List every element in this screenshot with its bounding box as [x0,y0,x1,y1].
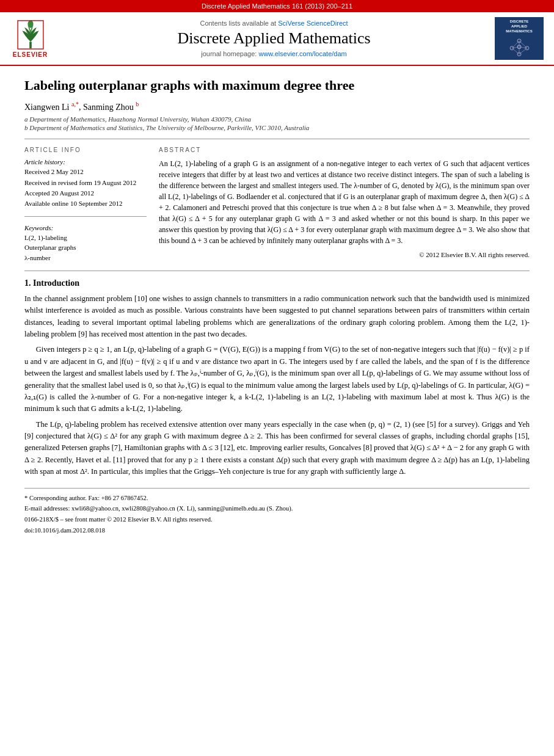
svg-line-10 [519,48,527,54]
available-line: Available online 10 September 2012 [24,199,147,208]
introduction-heading: 1. Introduction [24,278,530,288]
contents-text: Contents lists available at [200,20,276,27]
article-info-heading: ARTICLE INFO [24,147,147,153]
author-a-sup: a,* [71,101,79,107]
affiliation-a: a Department of Mathematics, Huazhong No… [24,115,530,123]
journal-citation-text: Discrete Applied Mathematics 161 (2013) … [202,2,352,10]
keyword-1: L(2, 1)-labeling [24,233,147,242]
intro-para-1: In the channel assignment problem [10] o… [24,293,530,341]
keywords-divider [24,216,147,217]
footnote-issn: 0166-218X/$ – see front matter © 2012 El… [24,515,530,525]
info-abstract-section: ARTICLE INFO Article history: Received 2… [24,147,530,263]
svg-line-11 [512,48,519,54]
svg-point-1 [27,20,33,27]
header-divider [24,139,530,139]
author-b-sup: b [136,101,139,107]
journal-homepage-line: journal homepage: www.elsevier.com/locat… [56,50,492,57]
copyright-line: © 2012 Elsevier B.V. All rights reserved… [159,250,530,260]
intro-para-2: Given integers p ≥ q ≥ 1, an L(p, q)-lab… [24,344,530,415]
elsevier-logo: ELSEVIER [7,20,53,58]
journal-cover-area: DISCRETEAPPLIEDMATHEMATICS [492,17,547,60]
keyword-2: Outerplanar graphs [24,243,147,252]
article-info-column: ARTICLE INFO Article history: Received 2… [24,147,147,263]
svg-rect-0 [29,42,32,48]
journal-header: ELSEVIER Contents lists available at Sci… [0,12,554,66]
journal-citation-bar: Discrete Applied Mathematics 161 (2013) … [0,0,554,12]
journal-title: Discrete Applied Mathematics [56,29,492,48]
authors-line: Xiangwen Li a,*, Sanming Zhou b [24,101,530,112]
keyword-3: λ-number [24,253,147,263]
journal-header-center: Contents lists available at SciVerse Sci… [56,20,492,57]
received-line: Received 2 May 2012 [24,167,147,176]
sciverse-link[interactable]: SciVerse ScienceDirect [278,20,348,27]
footnote-section: * Corresponding author. Fax: +86 27 6786… [24,488,530,534]
elsevier-logo-area: ELSEVIER [7,20,56,58]
journal-cover-image: DISCRETEAPPLIEDMATHEMATICS [495,17,544,60]
cover-title-text: DISCRETEAPPLIEDMATHEMATICS [506,20,532,34]
revised-line: Received in revised form 19 August 2012 [24,178,147,187]
cover-graphic-icon [506,36,533,57]
accepted-line: Accepted 20 August 2012 [24,189,147,198]
footnote-star: * Corresponding author. Fax: +86 27 6786… [24,493,530,503]
article-history-title: Article history: [24,158,147,165]
footnote-email: E-mail addresses: xwli68@yahoo.cn, xwli2… [24,504,530,514]
elsevier-brand-text: ELSEVIER [13,51,48,58]
keywords-title: Keywords: [24,224,147,231]
affiliation-b: b Department of Mathematics and Statisti… [24,124,530,131]
abstract-heading: ABSTRACT [159,147,530,153]
contents-available-line: Contents lists available at SciVerse Sci… [56,20,492,27]
elsevier-tree-icon [15,20,46,50]
paper-title: Labeling outerplanar graphs with maximum… [24,77,530,95]
homepage-label: journal homepage: [201,50,257,57]
introduction-body: In the channel assignment problem [10] o… [24,293,530,478]
doi-line: doi:10.1016/j.dam.2012.08.018 [24,527,530,534]
section-divider [24,271,530,271]
keywords-section: Keywords: L(2, 1)-labeling Outerplanar g… [24,216,147,263]
abstract-column: ABSTRACT An L(2, 1)-labeling of a graph … [159,147,530,263]
intro-para-3: The L(p, q)-labeling problem has receive… [24,419,530,478]
abstract-body: An L(2, 1)-labeling of a graph G is an a… [159,158,530,260]
homepage-link[interactable]: www.elsevier.com/locate/dam [258,50,346,57]
main-content: Labeling outerplanar graphs with maximum… [0,66,554,545]
abstract-paragraph: An L(2, 1)-labeling of a graph G is an a… [159,158,530,246]
